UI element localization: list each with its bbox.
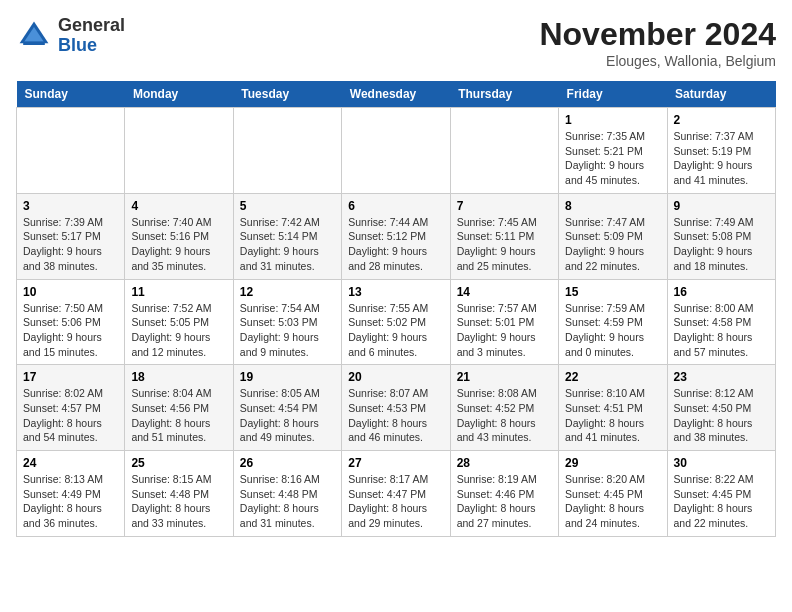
day-number: 17 (23, 370, 118, 384)
day-cell: 26Sunrise: 8:16 AM Sunset: 4:48 PM Dayli… (233, 451, 341, 537)
day-info: Sunrise: 8:15 AM Sunset: 4:48 PM Dayligh… (131, 472, 226, 531)
day-cell: 15Sunrise: 7:59 AM Sunset: 4:59 PM Dayli… (559, 279, 667, 365)
weekday-header-saturday: Saturday (667, 81, 775, 108)
day-cell: 2Sunrise: 7:37 AM Sunset: 5:19 PM Daylig… (667, 108, 775, 194)
day-number: 19 (240, 370, 335, 384)
month-title: November 2024 (539, 16, 776, 53)
day-cell: 13Sunrise: 7:55 AM Sunset: 5:02 PM Dayli… (342, 279, 450, 365)
day-number: 11 (131, 285, 226, 299)
day-info: Sunrise: 7:45 AM Sunset: 5:11 PM Dayligh… (457, 215, 552, 274)
day-cell (233, 108, 341, 194)
day-cell: 23Sunrise: 8:12 AM Sunset: 4:50 PM Dayli… (667, 365, 775, 451)
location: Elouges, Wallonia, Belgium (539, 53, 776, 69)
svg-rect-2 (23, 41, 45, 45)
day-cell: 17Sunrise: 8:02 AM Sunset: 4:57 PM Dayli… (17, 365, 125, 451)
day-number: 8 (565, 199, 660, 213)
logo-icon (16, 18, 52, 54)
day-number: 9 (674, 199, 769, 213)
day-number: 6 (348, 199, 443, 213)
day-number: 7 (457, 199, 552, 213)
day-info: Sunrise: 7:54 AM Sunset: 5:03 PM Dayligh… (240, 301, 335, 360)
day-cell: 27Sunrise: 8:17 AM Sunset: 4:47 PM Dayli… (342, 451, 450, 537)
day-cell: 9Sunrise: 7:49 AM Sunset: 5:08 PM Daylig… (667, 193, 775, 279)
weekday-header-thursday: Thursday (450, 81, 558, 108)
logo: General Blue (16, 16, 125, 56)
day-cell: 11Sunrise: 7:52 AM Sunset: 5:05 PM Dayli… (125, 279, 233, 365)
day-info: Sunrise: 8:12 AM Sunset: 4:50 PM Dayligh… (674, 386, 769, 445)
day-info: Sunrise: 7:52 AM Sunset: 5:05 PM Dayligh… (131, 301, 226, 360)
logo-text: General Blue (58, 16, 125, 56)
week-row-1: 3Sunrise: 7:39 AM Sunset: 5:17 PM Daylig… (17, 193, 776, 279)
day-cell: 29Sunrise: 8:20 AM Sunset: 4:45 PM Dayli… (559, 451, 667, 537)
day-number: 18 (131, 370, 226, 384)
day-cell: 21Sunrise: 8:08 AM Sunset: 4:52 PM Dayli… (450, 365, 558, 451)
day-cell: 14Sunrise: 7:57 AM Sunset: 5:01 PM Dayli… (450, 279, 558, 365)
day-number: 1 (565, 113, 660, 127)
day-cell (342, 108, 450, 194)
day-info: Sunrise: 8:05 AM Sunset: 4:54 PM Dayligh… (240, 386, 335, 445)
day-number: 5 (240, 199, 335, 213)
day-cell: 28Sunrise: 8:19 AM Sunset: 4:46 PM Dayli… (450, 451, 558, 537)
day-number: 13 (348, 285, 443, 299)
weekday-header-row: SundayMondayTuesdayWednesdayThursdayFrid… (17, 81, 776, 108)
day-cell: 8Sunrise: 7:47 AM Sunset: 5:09 PM Daylig… (559, 193, 667, 279)
day-info: Sunrise: 7:49 AM Sunset: 5:08 PM Dayligh… (674, 215, 769, 274)
day-number: 12 (240, 285, 335, 299)
day-cell: 4Sunrise: 7:40 AM Sunset: 5:16 PM Daylig… (125, 193, 233, 279)
week-row-3: 17Sunrise: 8:02 AM Sunset: 4:57 PM Dayli… (17, 365, 776, 451)
weekday-header-monday: Monday (125, 81, 233, 108)
day-cell (17, 108, 125, 194)
day-info: Sunrise: 7:47 AM Sunset: 5:09 PM Dayligh… (565, 215, 660, 274)
day-number: 29 (565, 456, 660, 470)
day-cell: 25Sunrise: 8:15 AM Sunset: 4:48 PM Dayli… (125, 451, 233, 537)
day-info: Sunrise: 8:20 AM Sunset: 4:45 PM Dayligh… (565, 472, 660, 531)
day-info: Sunrise: 7:50 AM Sunset: 5:06 PM Dayligh… (23, 301, 118, 360)
day-info: Sunrise: 7:57 AM Sunset: 5:01 PM Dayligh… (457, 301, 552, 360)
weekday-header-wednesday: Wednesday (342, 81, 450, 108)
day-info: Sunrise: 8:04 AM Sunset: 4:56 PM Dayligh… (131, 386, 226, 445)
day-cell (450, 108, 558, 194)
day-info: Sunrise: 7:39 AM Sunset: 5:17 PM Dayligh… (23, 215, 118, 274)
title-area: November 2024 Elouges, Wallonia, Belgium (539, 16, 776, 69)
day-info: Sunrise: 7:40 AM Sunset: 5:16 PM Dayligh… (131, 215, 226, 274)
page-header: General Blue November 2024 Elouges, Wall… (16, 16, 776, 69)
day-number: 22 (565, 370, 660, 384)
day-info: Sunrise: 8:10 AM Sunset: 4:51 PM Dayligh… (565, 386, 660, 445)
day-info: Sunrise: 8:07 AM Sunset: 4:53 PM Dayligh… (348, 386, 443, 445)
day-cell: 24Sunrise: 8:13 AM Sunset: 4:49 PM Dayli… (17, 451, 125, 537)
day-cell: 18Sunrise: 8:04 AM Sunset: 4:56 PM Dayli… (125, 365, 233, 451)
day-number: 23 (674, 370, 769, 384)
day-info: Sunrise: 7:59 AM Sunset: 4:59 PM Dayligh… (565, 301, 660, 360)
day-info: Sunrise: 7:35 AM Sunset: 5:21 PM Dayligh… (565, 129, 660, 188)
day-info: Sunrise: 8:08 AM Sunset: 4:52 PM Dayligh… (457, 386, 552, 445)
day-number: 24 (23, 456, 118, 470)
day-number: 30 (674, 456, 769, 470)
day-number: 27 (348, 456, 443, 470)
day-info: Sunrise: 8:00 AM Sunset: 4:58 PM Dayligh… (674, 301, 769, 360)
day-cell: 12Sunrise: 7:54 AM Sunset: 5:03 PM Dayli… (233, 279, 341, 365)
day-info: Sunrise: 8:02 AM Sunset: 4:57 PM Dayligh… (23, 386, 118, 445)
day-cell: 22Sunrise: 8:10 AM Sunset: 4:51 PM Dayli… (559, 365, 667, 451)
day-info: Sunrise: 8:22 AM Sunset: 4:45 PM Dayligh… (674, 472, 769, 531)
day-info: Sunrise: 7:55 AM Sunset: 5:02 PM Dayligh… (348, 301, 443, 360)
week-row-4: 24Sunrise: 8:13 AM Sunset: 4:49 PM Dayli… (17, 451, 776, 537)
day-number: 16 (674, 285, 769, 299)
day-cell: 20Sunrise: 8:07 AM Sunset: 4:53 PM Dayli… (342, 365, 450, 451)
day-cell: 1Sunrise: 7:35 AM Sunset: 5:21 PM Daylig… (559, 108, 667, 194)
day-cell: 10Sunrise: 7:50 AM Sunset: 5:06 PM Dayli… (17, 279, 125, 365)
day-info: Sunrise: 7:37 AM Sunset: 5:19 PM Dayligh… (674, 129, 769, 188)
day-cell: 6Sunrise: 7:44 AM Sunset: 5:12 PM Daylig… (342, 193, 450, 279)
day-info: Sunrise: 8:19 AM Sunset: 4:46 PM Dayligh… (457, 472, 552, 531)
day-cell (125, 108, 233, 194)
day-number: 2 (674, 113, 769, 127)
calendar-table: SundayMondayTuesdayWednesdayThursdayFrid… (16, 81, 776, 537)
weekday-header-friday: Friday (559, 81, 667, 108)
day-number: 28 (457, 456, 552, 470)
day-number: 26 (240, 456, 335, 470)
day-number: 15 (565, 285, 660, 299)
day-cell: 30Sunrise: 8:22 AM Sunset: 4:45 PM Dayli… (667, 451, 775, 537)
day-number: 4 (131, 199, 226, 213)
day-cell: 19Sunrise: 8:05 AM Sunset: 4:54 PM Dayli… (233, 365, 341, 451)
weekday-header-tuesday: Tuesday (233, 81, 341, 108)
logo-general: General (58, 15, 125, 35)
